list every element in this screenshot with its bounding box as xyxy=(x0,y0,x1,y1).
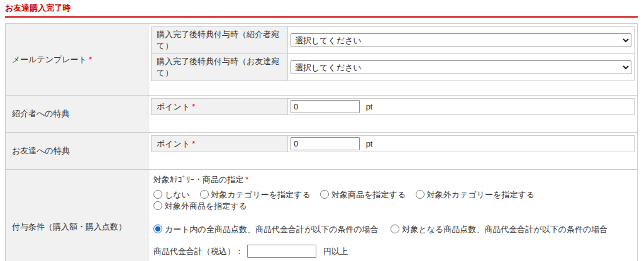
mail-template-friend-label: 購入完了後特典付与時（お友達宛て） xyxy=(152,54,288,81)
radio-option-excluded-category[interactable]: 対象外カテゴリーを指定する xyxy=(416,190,535,199)
mail-template-referrer-label: 購入完了後特典付与時（紹介者宛て） xyxy=(152,27,288,54)
friend-point-label-cell: ポイント* xyxy=(152,136,288,152)
radio-target-category[interactable] xyxy=(200,190,209,199)
grant-condition-label-cell: 付与条件（購入額・購入点数） xyxy=(6,170,148,261)
friend-benefit-content-cell: ポイント* pt xyxy=(148,133,638,170)
referrer-point-input-cell: pt xyxy=(288,99,635,115)
friend-point-unit: pt xyxy=(366,139,373,148)
table-row-mail-template: メールテンプレート* 購入完了後特典付与時（紹介者宛て） 選択してください xyxy=(6,24,638,96)
referrer-point-label-cell: ポイント* xyxy=(152,99,288,115)
radio-option-target-product[interactable]: 対象商品を指定する xyxy=(320,190,406,199)
referrer-point-input[interactable] xyxy=(291,100,360,113)
radio-option-all-cart-items[interactable]: カート内の全商品点数、商品代金合計が以下の条件の場合 xyxy=(153,225,379,234)
settings-table: メールテンプレート* 購入完了後特典付与時（紹介者宛て） 選択してください xyxy=(5,23,638,261)
page-title: お友達購入完了時 xyxy=(5,3,638,13)
price-total-unit: 円以上 xyxy=(323,247,348,256)
price-total-line: 商品代金合計（税込）： 円以上 xyxy=(151,243,635,259)
mail-template-friend-select[interactable]: 選択してください xyxy=(291,60,631,74)
referrer-benefit-content-cell: ポイント* pt xyxy=(148,96,638,133)
required-asterisk: * xyxy=(192,102,195,111)
referrer-point-label: ポイント xyxy=(157,102,190,111)
table-row-friend-benefit: お友達への特典 ポイント* pt xyxy=(6,133,638,170)
radio-option-target-items[interactable]: 対象となる商品点数、商品代金合計が以下の条件の場合 xyxy=(391,225,608,234)
mail-template-inner-table: 購入完了後特典付与時（紹介者宛て） 選択してください 購入完了後特典付与時（お友… xyxy=(151,26,635,81)
scope-options-line: カート内の全商品点数、商品代金合計が以下の条件の場合 対象となる商品点数、商品代… xyxy=(151,221,635,236)
mail-template-friend-select-cell: 選択してください xyxy=(288,54,635,81)
mail-template-referrer-select[interactable]: 選択してください xyxy=(291,33,631,47)
mail-template-label-cell: メールテンプレート* xyxy=(6,24,148,96)
referrer-benefit-label: 紹介者への特典 xyxy=(12,109,70,118)
friend-point-input-cell: pt xyxy=(288,136,635,152)
required-asterisk: * xyxy=(245,175,248,184)
title-divider xyxy=(5,16,638,18)
friend-benefit-inner-table: ポイント* pt xyxy=(151,135,635,152)
target-category-label: 対象ｶﾃｺﾞﾘｰ・商品の指定 xyxy=(153,175,243,184)
grant-condition-content-cell: 対象ｶﾃｺﾞﾘｰ・商品の指定* しない 対象カテゴリーを指定する 対象商品を指定… xyxy=(148,170,638,261)
category-options-line: しない 対象カテゴリーを指定する 対象商品を指定する 対象外カテゴリーを指定する… xyxy=(151,186,635,213)
referrer-benefit-label-cell: 紹介者への特典 xyxy=(6,96,148,133)
friend-point-row: ポイント* pt xyxy=(152,136,635,152)
table-row-referrer-benefit: 紹介者への特典 ポイント* pt xyxy=(6,96,638,133)
radio-target-product[interactable] xyxy=(320,190,329,199)
table-row-grant-condition: 付与条件（購入額・購入点数） 対象ｶﾃｺﾞﾘｰ・商品の指定* しない 対象カテゴ… xyxy=(6,170,638,261)
referrer-benefit-inner-table: ポイント* pt xyxy=(151,98,635,115)
radio-option-none[interactable]: しない xyxy=(153,190,190,199)
radio-all-cart-items[interactable] xyxy=(153,225,162,233)
friend-point-input[interactable] xyxy=(291,137,360,150)
target-category-label-line: 対象ｶﾃｺﾞﾘｰ・商品の指定* xyxy=(151,172,635,186)
radio-target-items[interactable] xyxy=(391,225,399,233)
referrer-point-row: ポイント* pt xyxy=(152,99,635,115)
friend-benefit-label: お友達への特典 xyxy=(12,146,70,155)
radio-none[interactable] xyxy=(153,190,162,199)
referrer-point-unit: pt xyxy=(366,102,373,111)
radio-excluded-product[interactable] xyxy=(153,201,162,210)
grant-condition-label: 付与条件（購入額・購入点数） xyxy=(12,222,126,231)
price-total-input[interactable] xyxy=(247,245,316,258)
required-asterisk: * xyxy=(192,139,195,148)
radio-option-target-category[interactable]: 対象カテゴリーを指定する xyxy=(200,190,311,199)
friend-benefit-label-cell: お友達への特典 xyxy=(6,133,148,170)
mail-template-content-cell: 購入完了後特典付与時（紹介者宛て） 選択してください 購入完了後特典付与時（お友… xyxy=(148,24,638,96)
mail-template-row-friend: 購入完了後特典付与時（お友達宛て） 選択してください xyxy=(152,54,635,81)
required-asterisk: * xyxy=(89,55,92,64)
friend-point-label: ポイント xyxy=(157,139,190,148)
mail-template-row-referrer: 購入完了後特典付与時（紹介者宛て） 選択してください xyxy=(152,27,635,54)
price-total-label: 商品代金合計（税込）： xyxy=(153,247,243,256)
mail-template-referrer-select-cell: 選択してください xyxy=(288,27,635,54)
radio-excluded-category[interactable] xyxy=(416,190,425,199)
radio-option-excluded-product[interactable]: 対象外商品を指定する xyxy=(153,201,247,211)
settings-page: お友達購入完了時 メールテンプレート* 購入完了後特典付与時（紹介者宛て） xyxy=(0,0,644,261)
mail-template-label: メールテンプレート xyxy=(12,55,87,64)
